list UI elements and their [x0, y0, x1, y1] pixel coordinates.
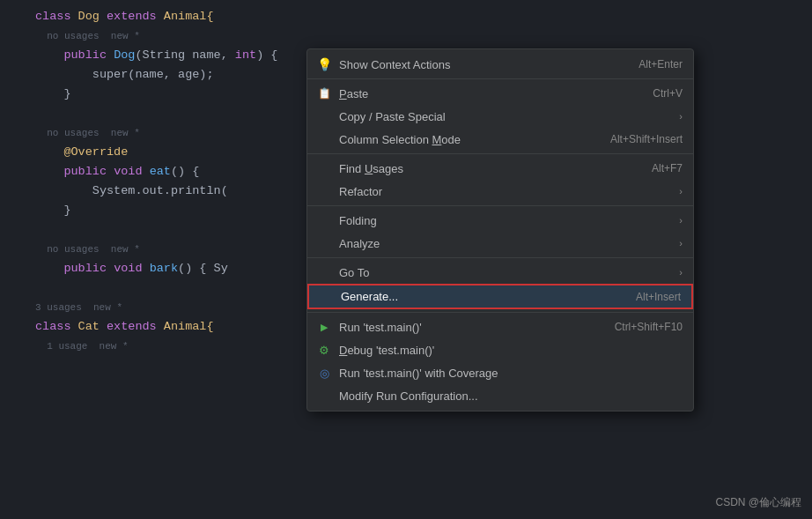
- menu-label-run-main: Run 'test.main()': [339, 321, 422, 334]
- arrow-icon-analyze: ›: [679, 238, 683, 248]
- menu-item-analyze[interactable]: Analyze ›: [307, 232, 693, 255]
- menu-separator-5: [307, 312, 693, 313]
- menu-item-find-usages[interactable]: Find Usages Alt+F7: [307, 157, 693, 180]
- arrow-icon-refactor: ›: [679, 186, 683, 196]
- menu-item-show-context-actions[interactable]: 💡 Show Context Actions Alt+Enter: [307, 53, 693, 76]
- menu-label-run-coverage: Run 'test.main()' with Coverage: [339, 367, 498, 380]
- code-editor: class Dog extends Animal{ no usages new …: [0, 0, 812, 519]
- menu-label-copy-paste-special: Copy / Paste Special: [339, 110, 446, 123]
- menu-shortcut-column-selection: Alt+Shift+Insert: [593, 133, 683, 145]
- bulb-icon: 💡: [316, 57, 332, 71]
- debug-icon: ⚙: [316, 344, 332, 357]
- arrow-icon-folding: ›: [679, 215, 683, 226]
- menu-item-debug-main[interactable]: ⚙ Debug 'test.main()': [307, 338, 693, 361]
- code-line-2: no usages new *: [0, 26, 812, 46]
- menu-separator-4: [307, 257, 693, 258]
- menu-item-run-coverage[interactable]: ◎ Run 'test.main()' with Coverage: [307, 361, 693, 384]
- menu-item-run-main[interactable]: ▶ Run 'test.main()' Ctrl+Shift+F10: [307, 315, 693, 338]
- menu-separator-3: [307, 205, 693, 206]
- menu-item-copy-paste-special[interactable]: Copy / Paste Special ›: [307, 105, 693, 128]
- paste-icon: 📋: [316, 87, 332, 100]
- menu-item-modify-run[interactable]: Modify Run Configuration...: [307, 384, 693, 407]
- run-icon: ▶: [316, 322, 332, 333]
- menu-label-refactor: Refactor: [339, 185, 382, 198]
- context-menu: 💡 Show Context Actions Alt+Enter 📋 Paste…: [306, 48, 694, 411]
- menu-shortcut-find-usages: Alt+F7: [634, 162, 683, 174]
- menu-label-find-usages: Find Usages: [339, 162, 403, 175]
- menu-label-paste: Paste: [339, 87, 368, 100]
- menu-label-show-context-actions: Show Context Actions: [339, 58, 450, 71]
- menu-item-folding[interactable]: Folding ›: [307, 209, 693, 232]
- menu-label-goto: Go To: [339, 266, 369, 279]
- menu-separator-1: [307, 78, 693, 79]
- menu-item-generate[interactable]: Generate... Alt+Insert: [307, 284, 693, 309]
- menu-item-goto[interactable]: Go To ›: [307, 261, 693, 284]
- menu-label-modify-run: Modify Run Configuration...: [339, 389, 478, 403]
- menu-label-generate: Generate...: [341, 290, 398, 303]
- menu-shortcut-show-context-actions: Alt+Enter: [621, 58, 683, 70]
- menu-shortcut-run-main: Ctrl+Shift+F10: [597, 321, 683, 333]
- arrow-icon-copy-paste-special: ›: [679, 111, 683, 122]
- menu-shortcut-generate: Alt+Insert: [618, 291, 681, 303]
- menu-item-paste[interactable]: 📋 Paste Ctrl+V: [307, 82, 693, 105]
- arrow-icon-goto: ›: [679, 267, 683, 278]
- menu-label-debug-main: Debug 'test.main()': [339, 344, 434, 357]
- coverage-icon: ◎: [316, 367, 332, 380]
- watermark: CSDN @倫心编程: [715, 495, 801, 510]
- menu-item-refactor[interactable]: Refactor ›: [307, 180, 693, 203]
- menu-label-column-selection-mode: Column Selection Mode: [339, 133, 461, 146]
- menu-item-column-selection-mode[interactable]: Column Selection Mode Alt+Shift+Insert: [307, 128, 693, 151]
- menu-separator-2: [307, 153, 693, 154]
- menu-shortcut-paste: Ctrl+V: [635, 87, 683, 100]
- code-line-1: class Dog extends Animal{: [0, 7, 812, 26]
- menu-label-analyze: Analyze: [339, 237, 380, 250]
- menu-label-folding: Folding: [339, 214, 377, 227]
